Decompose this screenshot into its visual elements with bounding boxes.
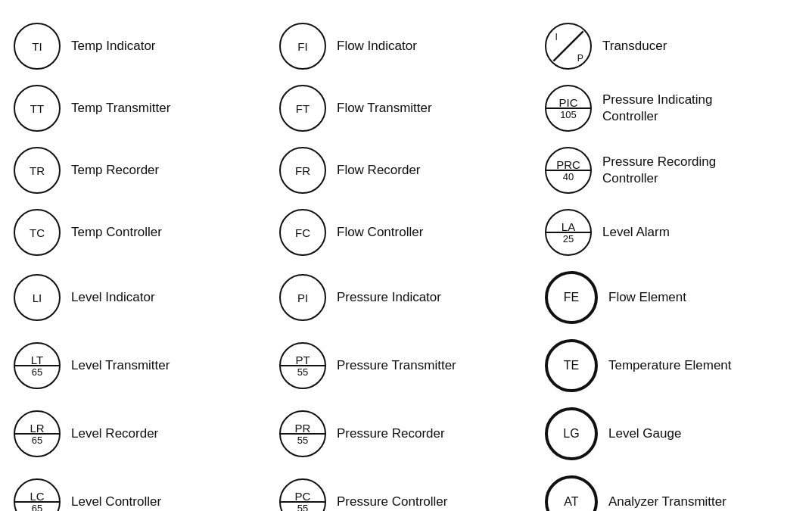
instrument-label: Flow Indicator: [337, 38, 417, 55]
large-circle-symbol: TE: [545, 339, 598, 392]
divided-circle-symbol: PIC105: [545, 85, 592, 132]
instrument-symbol: LR65: [14, 410, 61, 457]
instrument-label: Level Indicator: [71, 289, 155, 306]
instrument-label: Level Gauge: [608, 425, 681, 442]
instrument-label: Temp Indicator: [71, 38, 156, 55]
instrument-label: Temp Transmitter: [71, 100, 170, 117]
circle-symbol: LI: [14, 274, 61, 321]
instrument-label: Flow Element: [608, 289, 686, 306]
instrument-item: TITemp Indicator: [8, 15, 273, 77]
instrument-symbol: AT: [545, 475, 598, 511]
instrument-item: PC55Pressure Controller: [273, 468, 539, 511]
instrument-item: TETemperature Element: [539, 332, 804, 400]
instrument-symbol: TE: [545, 339, 598, 392]
instrument-symbol: FT: [279, 85, 326, 132]
instrument-item: PT55Pressure Transmitter: [273, 332, 539, 400]
instrument-symbol: PIC105: [545, 85, 592, 132]
circle-symbol: FR: [279, 147, 326, 194]
instrument-item: LILevel Indicator: [8, 263, 273, 332]
instrument-label: Flow Controller: [337, 224, 423, 241]
divided-circle-symbol: PR55: [279, 410, 326, 457]
large-circle-symbol: FE: [545, 271, 598, 324]
instrument-item: PIPressure Indicator: [273, 263, 539, 332]
divided-circle-symbol: PC55: [279, 478, 326, 511]
instrument-label: Pressure Controller: [337, 494, 447, 510]
instrument-label: Pressure Transmitter: [337, 357, 456, 374]
instrument-symbol: TC: [14, 209, 61, 256]
svg-text:I: I: [555, 32, 557, 42]
instrument-label: Analyzer Transmitter: [608, 494, 726, 510]
circle-symbol: TI: [14, 23, 61, 70]
instrument-item: FEFlow Element: [539, 263, 804, 332]
large-circle-symbol: AT: [545, 475, 598, 511]
circle-symbol: FI: [279, 23, 326, 70]
instrument-item: TCTemp Controller: [8, 201, 273, 263]
instrument-item: PR55Pressure Recorder: [273, 400, 539, 468]
divided-circle-symbol: LC65: [14, 478, 61, 511]
instrument-label: Temp Recorder: [71, 162, 159, 179]
instrument-label: Pressure RecordingController: [602, 154, 716, 187]
svg-text:P: P: [577, 53, 583, 64]
divided-circle-symbol: PT55: [279, 342, 326, 389]
instrument-symbol: PT55: [279, 342, 326, 389]
instrument-label: Level Controller: [71, 494, 161, 510]
divided-circle-symbol: PRC40: [545, 147, 592, 194]
instrument-item: LA25Level Alarm: [539, 201, 804, 263]
circle-symbol: TR: [14, 147, 61, 194]
circle-symbol: FC: [279, 209, 326, 256]
circle-symbol: PI: [279, 274, 326, 321]
instrument-item: TTTemp Transmitter: [8, 77, 273, 139]
instrument-symbol: LC65: [14, 478, 61, 511]
instrument-item: LGLevel Gauge: [539, 400, 804, 468]
instrument-label: Flow Transmitter: [337, 100, 432, 117]
instrument-symbol: PRC40: [545, 147, 592, 194]
instrument-symbol: PI: [279, 274, 326, 321]
instrument-item: FIFlow Indicator: [273, 15, 539, 77]
instrument-item: ATAnalyzer Transmitter: [539, 468, 804, 511]
divided-circle-symbol: LR65: [14, 410, 61, 457]
circle-symbol: TC: [14, 209, 61, 256]
instrument-symbol: FI: [279, 23, 326, 70]
instrument-item: FTFlow Transmitter: [273, 77, 539, 139]
instrument-symbol: TI: [14, 23, 61, 70]
instrument-symbol: PC55: [279, 478, 326, 511]
instrument-item: TRTemp Recorder: [8, 139, 273, 201]
instrument-item: FCFlow Controller: [273, 201, 539, 263]
instrument-symbol: PR55: [279, 410, 326, 457]
instrument-label: Level Transmitter: [71, 357, 170, 374]
instrument-label: Transducer: [602, 38, 667, 55]
instrument-label: Pressure Recorder: [337, 425, 445, 442]
instrument-label: Pressure IndicatingController: [602, 92, 713, 125]
large-circle-symbol: LG: [545, 407, 598, 460]
instrument-symbol: FE: [545, 271, 598, 324]
instrument-label: Temperature Element: [608, 357, 732, 374]
instrument-symbol: LG: [545, 407, 598, 460]
instrument-legend-grid: TITemp IndicatorFIFlow Indicator I P Tra…: [8, 15, 804, 511]
instrument-item: LT65Level Transmitter: [8, 332, 273, 400]
instrument-label: Level Alarm: [602, 224, 670, 241]
divided-circle-symbol: LA25: [545, 209, 592, 256]
instrument-symbol: LA25: [545, 209, 592, 256]
instrument-label: Flow Recorder: [337, 162, 421, 179]
transducer-symbol: I P: [545, 23, 592, 70]
instrument-symbol: LT65: [14, 342, 61, 389]
instrument-label: Level Recorder: [71, 425, 158, 442]
instrument-label: Pressure Indicator: [337, 289, 441, 306]
instrument-item: LC65Level Controller: [8, 468, 273, 511]
circle-symbol: TT: [14, 85, 61, 132]
instrument-item: PIC105Pressure IndicatingController: [539, 77, 804, 139]
instrument-item: PRC40Pressure RecordingController: [539, 139, 804, 201]
instrument-label: Temp Controller: [71, 224, 162, 241]
instrument-item: I P Transducer: [539, 15, 804, 77]
instrument-symbol: TR: [14, 147, 61, 194]
instrument-symbol: FC: [279, 209, 326, 256]
instrument-item: FRFlow Recorder: [273, 139, 539, 201]
instrument-symbol: I P: [545, 23, 592, 70]
circle-symbol: FT: [279, 85, 326, 132]
divided-circle-symbol: LT65: [14, 342, 61, 389]
instrument-symbol: FR: [279, 147, 326, 194]
instrument-symbol: TT: [14, 85, 61, 132]
instrument-item: LR65Level Recorder: [8, 400, 273, 468]
instrument-symbol: LI: [14, 274, 61, 321]
